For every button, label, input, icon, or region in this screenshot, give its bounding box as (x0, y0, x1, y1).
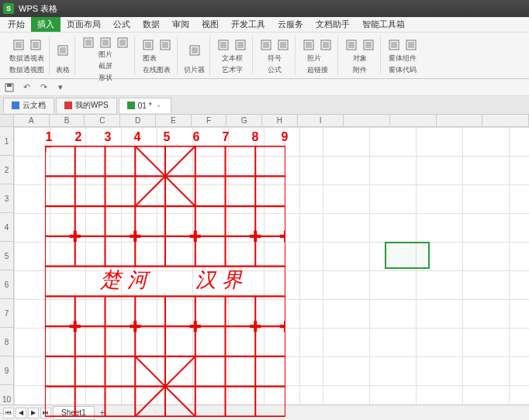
dropdown-icon[interactable]: ▾ (54, 81, 67, 94)
ribbon-label: 艺术字 (222, 65, 243, 75)
ribbon-group-7: 照片超链接 (297, 36, 338, 75)
wordart-icon[interactable] (233, 38, 247, 52)
symbol-icon[interactable] (259, 38, 273, 52)
sheet-nav-prev-icon[interactable]: ◀ (16, 408, 26, 418)
image-icon[interactable] (81, 36, 95, 50)
ribbon-group-8: 对象附件 (340, 36, 381, 75)
menu-item-8[interactable]: 云服务 (271, 17, 309, 32)
col-header-I[interactable]: I (298, 115, 344, 126)
col-header-F[interactable]: F (192, 115, 227, 126)
ribbon-group-1: 表格 (51, 36, 75, 75)
menu-item-7[interactable]: 开发工具 (225, 17, 271, 32)
tab-label: 云文档 (22, 100, 46, 111)
app-title: WPS 表格 (19, 3, 57, 15)
menu-item-10[interactable]: 智能工具箱 (356, 17, 411, 32)
document-tabs: 云文档我的WPS01 *× (0, 96, 529, 115)
table-icon[interactable] (56, 43, 70, 57)
menu-item-4[interactable]: 数据 (137, 17, 166, 32)
col-header-G[interactable]: G (226, 115, 262, 126)
col-header-H[interactable]: H (262, 115, 298, 126)
photo-icon[interactable] (302, 38, 316, 52)
svg-rect-39 (7, 84, 12, 87)
col-header-D[interactable]: D (120, 115, 156, 126)
sheet-area: ABCDEFGHI 1234567891011 123456789 (0, 115, 529, 405)
tab-icon (12, 102, 19, 109)
col-header-extra-0[interactable] (344, 115, 390, 126)
svg-rect-11 (119, 40, 126, 46)
pivot-chart-icon[interactable] (29, 38, 43, 52)
document-tab-0[interactable]: 云文档 (3, 98, 54, 113)
menu-item-6[interactable]: 视图 (195, 17, 225, 32)
ribbon-label: 图片 (99, 50, 112, 60)
svg-rect-35 (391, 42, 397, 48)
menu-item-3[interactable]: 公式 (107, 17, 137, 32)
row-header-3[interactable]: 3 (0, 184, 13, 213)
row-header-7[interactable]: 7 (0, 299, 13, 328)
col-header-A[interactable]: A (14, 115, 50, 126)
tab-icon (127, 102, 135, 109)
save-icon[interactable] (3, 81, 16, 94)
equation-icon[interactable] (276, 38, 290, 52)
ribbon-label: 数据透视表 (9, 53, 44, 64)
chart-icon[interactable] (141, 38, 155, 52)
ribbon-label: 窗体组件 (389, 53, 417, 64)
col-header-E[interactable]: E (156, 115, 192, 126)
row-headers: 1234567891011 (0, 115, 14, 405)
row-header-4[interactable]: 4 (0, 213, 13, 242)
ribbon-group-2: 图片截屏形状 (77, 36, 135, 75)
redo-icon[interactable]: ↷ (37, 81, 50, 94)
row-header-5[interactable]: 5 (0, 242, 13, 270)
svg-rect-23 (263, 42, 269, 48)
ribbon-label: 数据透视图 (9, 65, 44, 75)
row-header-11[interactable]: 11 (0, 414, 13, 420)
object-icon[interactable] (344, 38, 358, 52)
code-icon[interactable] (404, 38, 418, 52)
chess-top-num: 7 (211, 130, 240, 144)
ribbon-label: 附件 (353, 65, 367, 75)
select-all-corner[interactable] (0, 115, 13, 127)
grid-body[interactable]: 123456789 (14, 127, 529, 405)
quick-access-bar: ↶ ↷ ▾ (0, 79, 529, 96)
chess-top-num: 1 (34, 130, 64, 144)
ribbon-group-5: 文本框艺术字 (212, 36, 253, 75)
chess-grid: 楚 河 汉 界 (45, 146, 285, 417)
col-header-extra-1[interactable] (390, 115, 437, 126)
row-header-9[interactable]: 9 (0, 356, 13, 385)
document-tab-1[interactable]: 我的WPS (56, 98, 117, 113)
pivot-table-icon[interactable] (12, 38, 26, 52)
menu-item-5[interactable]: 审阅 (166, 17, 195, 32)
tab-label: 01 * (138, 102, 152, 110)
ribbon-group-6: 符号公式 (254, 36, 296, 75)
menu-item-0[interactable]: 开始 (2, 17, 31, 32)
menu-item-2[interactable]: 页面布局 (61, 17, 107, 32)
shapes-icon[interactable] (116, 36, 130, 50)
svg-rect-17 (192, 47, 198, 53)
hyperlink-icon[interactable] (319, 38, 333, 52)
row-header-2[interactable]: 2 (0, 156, 13, 184)
close-icon[interactable]: × (155, 102, 163, 109)
row-header-6[interactable]: 6 (0, 270, 13, 299)
document-tab-2[interactable]: 01 *× (119, 98, 171, 113)
col-header-extra-2[interactable] (437, 115, 483, 126)
ribbon-label: 截屏 (99, 61, 112, 71)
slicer-icon[interactable] (188, 43, 202, 57)
row-header-1[interactable]: 1 (0, 127, 13, 156)
row-header-8[interactable]: 8 (0, 328, 13, 356)
app-logo: S (3, 3, 14, 14)
attachment-icon[interactable] (361, 38, 375, 52)
river-left: 楚 河 (100, 268, 150, 291)
col-header-B[interactable]: B (50, 115, 85, 126)
textbox-icon[interactable] (216, 38, 230, 52)
menu-item-1[interactable]: 插入 (31, 17, 61, 32)
chess-top-num: 2 (64, 130, 93, 144)
row-header-10[interactable]: 10 (0, 385, 13, 414)
svg-rect-42 (127, 102, 135, 109)
col-header-extra-3[interactable] (482, 115, 529, 126)
online-chart-icon[interactable] (158, 38, 172, 52)
undo-icon[interactable]: ↶ (20, 81, 33, 94)
screenshot-icon[interactable] (99, 36, 112, 50)
menu-item-9[interactable]: 文档助手 (309, 17, 356, 32)
col-header-C[interactable]: C (85, 115, 120, 126)
form-icon[interactable] (387, 38, 401, 52)
selected-cell[interactable] (385, 242, 430, 269)
